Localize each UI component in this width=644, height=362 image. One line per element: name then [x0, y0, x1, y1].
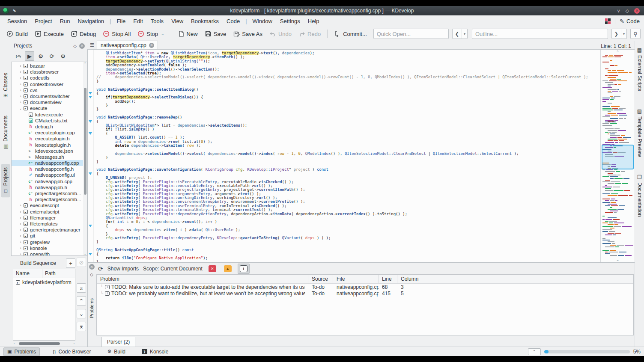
- tree-item-genericprojectmanager[interactable]: ›▸genericprojectmanager: [12, 227, 83, 233]
- tab-parser[interactable]: Parser (2): [101, 337, 135, 347]
- quick-open-input[interactable]: [373, 29, 449, 39]
- close-tab-icon[interactable]: ✕: [149, 43, 154, 48]
- tree-item-filemanager[interactable]: ›▸filemanager: [12, 215, 83, 221]
- open-project-icon[interactable]: 🗁: [14, 51, 23, 61]
- float-panel-icon[interactable]: ◇: [73, 44, 77, 48]
- build-items-icon[interactable]: ▶: [25, 51, 34, 61]
- code-line[interactable]: for( int i = 0; i < dependencies->count(…: [96, 220, 600, 224]
- code-line[interactable]: QString NativeAppConfigPage::title() con…: [96, 248, 600, 252]
- menu-navigation[interactable]: Navigation: [74, 17, 108, 26]
- column-header-path[interactable]: Path: [42, 269, 58, 278]
- close-panel-icon[interactable]: ✕: [89, 264, 95, 270]
- move-bottom-button[interactable]: ⌆: [77, 322, 86, 331]
- save-as-button[interactable]: Save As: [230, 29, 265, 39]
- tree-item-messages-sh[interactable]: >_Messages.sh: [12, 154, 83, 160]
- tree-item-documentswitcher[interactable]: ›▸documentswitcher: [12, 93, 83, 99]
- filter-hints-button[interactable]: i: [238, 264, 250, 274]
- sidebar-tab-documents[interactable]: ▤Documents: [1, 112, 10, 153]
- tree-item-grepview[interactable]: ›▸grepview: [12, 239, 83, 245]
- menu-project[interactable]: Project: [31, 17, 56, 26]
- move-top-button[interactable]: ⌅: [77, 283, 86, 293]
- tree-item-debug-h[interactable]: hdebug.h: [12, 124, 83, 130]
- column-header-name[interactable]: Name: [13, 269, 42, 278]
- minimap-viewport[interactable]: [602, 145, 634, 169]
- statusbar-problems-button[interactable]: ▣Problems: [3, 347, 40, 356]
- code-line[interactable]: }: [96, 240, 600, 244]
- expander-icon[interactable]: ⌄: [18, 106, 23, 110]
- tree-item-kdevexecute[interactable]: ▸kdevexecute: [12, 112, 83, 118]
- statusbar-build-button[interactable]: ⚙Build: [104, 348, 129, 356]
- expander-icon[interactable]: ›: [18, 82, 23, 86]
- code-line[interactable]: // dependencies->selectionModel()->selec…: [96, 75, 600, 79]
- commit-button[interactable]: Commit...: [331, 29, 370, 39]
- save-button[interactable]: Save: [202, 29, 230, 39]
- sidebar-tab-external-scripts[interactable]: ▤External Scripts: [636, 45, 644, 94]
- problem-row[interactable]: └iTODO: we probably want to flexibilize,…: [97, 290, 633, 297]
- code-line[interactable]: }: [96, 104, 600, 107]
- filter-warnings-button[interactable]: ▲: [222, 264, 233, 273]
- close-icon[interactable]: ✕: [634, 8, 640, 14]
- tree-item-execute[interactable]: ⌄▸execute: [12, 105, 83, 111]
- expander-icon[interactable]: ›: [18, 234, 23, 238]
- code-area-button[interactable]: ✎ Code: [620, 18, 640, 24]
- menu-edit[interactable]: Edit: [129, 17, 146, 26]
- fold-marker-icon[interactable]: [89, 120, 92, 123]
- code-line[interactable]: dependencies->selectionModel()->select( …: [96, 152, 600, 156]
- code-line[interactable]: }: [96, 156, 600, 160]
- close-panel-icon[interactable]: ✕: [79, 43, 85, 49]
- move-up-button[interactable]: ⌃: [77, 296, 86, 306]
- menu-tools[interactable]: Tools: [147, 17, 167, 26]
- code-editor[interactable]: QListWidgetItem* item = new QListWidgetI…: [94, 50, 600, 262]
- redo-button[interactable]: Redo: [295, 29, 324, 39]
- column-header-problem[interactable]: Problem: [97, 275, 308, 283]
- problem-row[interactable]: └iTODO: Make sure to auto-add the execut…: [97, 284, 633, 290]
- fold-margin[interactable]: [88, 50, 94, 262]
- menu-view[interactable]: View: [167, 17, 187, 26]
- code-line[interactable]: deps << dependencies->item( i )->data( Q…: [96, 228, 600, 232]
- code-line[interactable]: cfg.writeEntry( ExecutePlugin::dependenc…: [96, 212, 600, 216]
- fold-marker-icon[interactable]: [89, 172, 92, 175]
- refresh-icon[interactable]: ⟳: [98, 265, 103, 272]
- menu-code[interactable]: Code: [223, 17, 244, 26]
- tree-item-cvs[interactable]: ›▸cvs: [12, 87, 83, 93]
- menu-session[interactable]: Session: [3, 17, 31, 26]
- undo-button[interactable]: Undo: [266, 29, 295, 39]
- tree-scrollbar[interactable]: ⌃ ⌄: [83, 62, 87, 255]
- tree-item-git[interactable]: ›▸git: [12, 233, 83, 239]
- expander-icon[interactable]: ›: [18, 228, 23, 232]
- chevron-down-icon[interactable]: ⌄: [161, 32, 164, 36]
- tip-of-day-icon[interactable]: ⚲: [630, 29, 641, 39]
- stop-button[interactable]: Stop⌄: [134, 29, 167, 39]
- code-line[interactable]: if( !list.isEmpty() ): [96, 128, 600, 131]
- tree-item-nativeappjob-h[interactable]: hnativeappjob.h: [12, 184, 83, 190]
- tree-item-filetemplates[interactable]: ›▸filetemplates: [12, 221, 83, 227]
- new-button[interactable]: New: [175, 29, 201, 39]
- code-line[interactable]: dependencies->selectionModel()->clearSel…: [96, 68, 600, 71]
- filter-errors-button[interactable]: ✕: [207, 264, 218, 273]
- expander-icon[interactable]: ›: [18, 222, 23, 226]
- column-header-source[interactable]: Source: [308, 275, 333, 283]
- fold-marker-icon[interactable]: [89, 96, 92, 98]
- tree-item-konsole[interactable]: ›▸konsole: [12, 245, 83, 251]
- code-line[interactable]: delete dependencies->takeItem( row );: [96, 144, 600, 148]
- show-imports-button[interactable]: Show Imports: [107, 266, 139, 272]
- prev-button[interactable]: ❮ ▾: [452, 29, 468, 39]
- expander-icon[interactable]: ›: [18, 64, 23, 68]
- tab-nativeappconfig-cpp[interactable]: nativeappconfig.cpp ✕: [97, 41, 158, 49]
- code-line[interactable]: }: [96, 80, 600, 83]
- sidebar-tab-template-preview[interactable]: ▧Template Preview: [636, 106, 644, 160]
- menu-bookmarks[interactable]: Bookmarks: [187, 17, 223, 26]
- tree-item-nativeappjob-cpp[interactable]: c⁺nativeappjob.cpp: [12, 178, 83, 184]
- scroll-up-icon[interactable]: ⌃: [601, 50, 635, 54]
- settings-icon[interactable]: ⚙: [36, 51, 45, 61]
- next-button[interactable]: ❯ ▾: [611, 29, 627, 39]
- sidebar-tab-documentation[interactable]: ❐Documentation: [636, 172, 644, 220]
- remove-from-build-sequence-button[interactable]: ⊘: [77, 258, 86, 267]
- expander-icon[interactable]: ›: [18, 88, 23, 92]
- scroll-down-icon[interactable]: ⌄: [83, 252, 87, 255]
- menu-settings[interactable]: Settings: [276, 17, 304, 26]
- tree-item-projecttargetscomb-[interactable]: c⁺projecttargetscomb...: [12, 190, 83, 196]
- tree-item-openwith[interactable]: ›▸openwith: [12, 251, 83, 255]
- fold-marker-icon[interactable]: [89, 253, 92, 255]
- expander-icon[interactable]: ›: [18, 240, 23, 244]
